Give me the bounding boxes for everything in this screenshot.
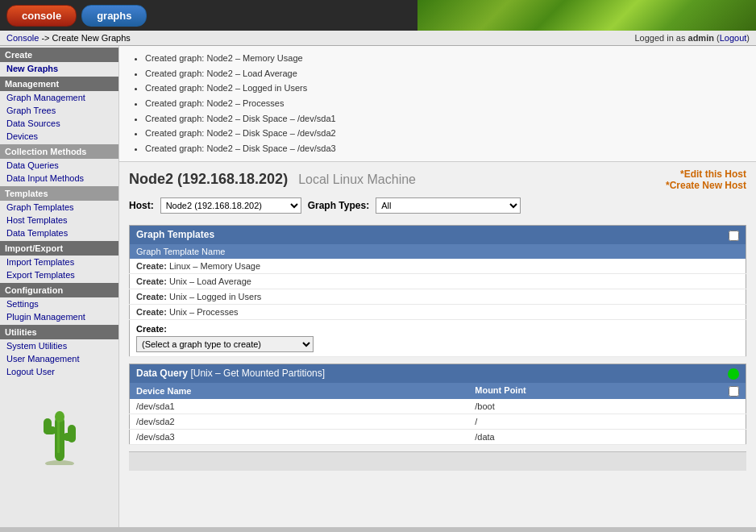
login-info: Logged in as admin (Logout) [634, 33, 750, 43]
green-dot-icon [728, 368, 739, 380]
console-link[interactable]: Console [6, 33, 39, 43]
sidebar-section-collection-methods: Collection Methods [0, 144, 118, 159]
sidebar-item-import-templates[interactable]: Import Templates [0, 256, 118, 268]
data-query-header-row: Data Query [Unix – Get Mounted Partition… [130, 364, 746, 383]
host-controls: Host: Node2 (192.168.18.202) Graph Types… [119, 197, 756, 222]
host-actions: *Edit this Host *Create New Host [666, 168, 746, 191]
main-content: Created graph: Node2 – Memory UsageCreat… [119, 46, 756, 527]
username: admin [688, 33, 714, 43]
sidebar-item-logout-user[interactable]: Logout User [0, 365, 118, 378]
sidebar-item-system-utilities[interactable]: System Utilities [0, 339, 118, 352]
graph-templates-header: Graph Templates [130, 225, 746, 244]
sidebar-item-graph-trees[interactable]: Graph Trees [0, 104, 118, 117]
data-query-subheader-row: Device Name Mount Point [130, 383, 746, 399]
data-query-subtitle: [Unix – Get Mounted Partitions] [190, 368, 325, 379]
log-messages: Created graph: Node2 – Memory UsageCreat… [119, 46, 756, 162]
svg-rect-5 [68, 425, 76, 443]
sidebar-item-graph-templates[interactable]: Graph Templates [0, 201, 118, 214]
sidebar-section-management: Management [0, 77, 118, 91]
graph-template-create-row: Create: (Select a graph type to create) [130, 319, 746, 356]
data-query-row-0: /dev/sda1 /boot [130, 399, 746, 414]
log-item: Created graph: Node2 – Load Average [145, 66, 746, 81]
sidebar: Create New Graphs Management Graph Manag… [0, 46, 119, 527]
graph-type-create-select[interactable]: (Select a graph type to create) [136, 336, 314, 352]
log-item: Created graph: Node2 – Logged in Users [145, 81, 746, 96]
graph-template-row-1: Create: Unix – Load Average [130, 273, 746, 289]
svg-point-6 [55, 411, 64, 422]
sidebar-item-data-input-methods[interactable]: Data Input Methods [0, 172, 118, 185]
sidebar-section-templates: Templates [0, 186, 118, 201]
sidebar-item-data-sources[interactable]: Data Sources [0, 117, 118, 130]
sidebar-section-configuration: Configuration [0, 283, 118, 297]
create-host-link[interactable]: *Create New Host [666, 180, 746, 191]
data-query-table: Data Query [Unix – Get Mounted Partition… [129, 364, 746, 445]
svg-rect-3 [44, 418, 52, 434]
sidebar-section-utilities: Utilities [0, 325, 118, 339]
graph-templates-subheader: Graph Template Name [130, 244, 746, 259]
log-item: Created graph: Node2 – Memory Usage [145, 51, 746, 66]
logout-link[interactable]: Logout [720, 33, 747, 43]
host-select[interactable]: Node2 (192.168.18.202) [160, 197, 301, 214]
sidebar-item-user-management[interactable]: User Management [0, 352, 118, 365]
data-query-row-2: /dev/sda3 /data [130, 429, 746, 444]
graphs-button[interactable]: graphs [81, 5, 147, 27]
log-item: Created graph: Node2 – Disk Space – /dev… [145, 126, 746, 141]
host-title: Node2 (192.168.18.202) Local Linux Machi… [129, 171, 416, 188]
sidebar-item-graph-management[interactable]: Graph Management [0, 91, 118, 104]
sidebar-item-data-queries[interactable]: Data Queries [0, 159, 118, 172]
host-subtitle: Local Linux Machine [298, 172, 416, 186]
breadcrumb-arrow: -> [41, 33, 49, 43]
create-label: Create: [136, 324, 739, 334]
svg-rect-7 [57, 421, 60, 453]
log-item: Created graph: Node2 – Disk Space – /dev… [145, 141, 746, 156]
log-item: Created graph: Node2 – Disk Space – /dev… [145, 111, 746, 127]
sidebar-item-settings[interactable]: Settings [0, 297, 118, 310]
host-label: Host: [129, 200, 154, 211]
graph-template-row-2: Create: Unix – Logged in Users [130, 289, 746, 304]
sidebar-item-new-graphs[interactable]: New Graphs [0, 62, 118, 75]
sidebar-section-import-export: Import/Export [0, 241, 118, 256]
graph-template-row-0: Create: Linux – Memory Usage [130, 259, 746, 274]
cactus-logo [0, 393, 118, 468]
graph-template-row-3: Create: Unix – Processes [130, 304, 746, 319]
sidebar-item-plugin-management[interactable]: Plugin Management [0, 310, 118, 323]
sidebar-section-create: Create [0, 48, 118, 62]
breadcrumb-page: Create New Graphs [52, 33, 131, 43]
graph-templates-table: Graph Templates Graph Template Name Crea… [129, 225, 746, 357]
data-query-title: Data Query [136, 368, 188, 379]
data-query-row-1: /dev/sda2 / [130, 414, 746, 429]
graph-templates-select-all[interactable] [729, 231, 739, 241]
sidebar-item-export-templates[interactable]: Export Templates [0, 268, 118, 281]
breadcrumb-bar: Console -> Create New Graphs Logged in a… [0, 31, 756, 46]
graph-types-label: Graph Types: [308, 200, 369, 211]
log-item: Created graph: Node2 – Processes [145, 96, 746, 111]
edit-host-link[interactable]: *Edit this Host [666, 168, 746, 180]
graph-templates-title: Graph Templates [136, 229, 214, 240]
data-query-select-all[interactable] [729, 386, 739, 397]
host-header: Node2 (192.168.18.202) Local Linux Machi… [119, 162, 756, 197]
sidebar-item-host-templates[interactable]: Host Templates [0, 214, 118, 227]
sidebar-item-devices[interactable]: Devices [0, 130, 118, 143]
graph-type-select[interactable]: All [376, 197, 521, 214]
sidebar-item-data-templates[interactable]: Data Templates [0, 227, 118, 239]
console-button[interactable]: console [6, 5, 77, 27]
